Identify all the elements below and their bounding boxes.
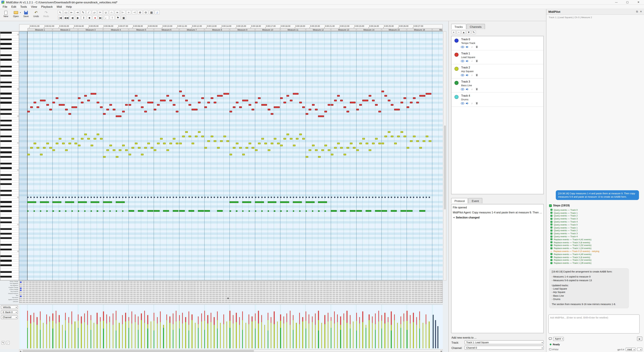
velocity-bar[interactable] [362,322,363,348]
midi-note-drum[interactable] [261,197,262,198]
midi-note-lead[interactable] [356,109,359,110]
track-visible-icon[interactable] [461,59,464,62]
piano-key[interactable] [0,95,19,97]
piano-key-black[interactable] [0,120,12,122]
midi-note-drum[interactable] [356,197,358,198]
midi-note-arp[interactable] [366,142,368,144]
midi-note-drum[interactable] [37,197,38,198]
midi-note-arp[interactable] [239,147,242,149]
velocity-bar[interactable] [407,330,408,348]
piano-key[interactable] [0,77,19,79]
velocity-bar[interactable] [208,323,208,348]
open-button[interactable]: Open▾ [12,10,20,18]
window-minimize-button[interactable]: — [611,0,622,4]
midi-note-drum[interactable] [416,197,418,198]
midi-note-arp[interactable] [302,138,305,140]
piano-key[interactable] [0,194,19,196]
velocity-bar[interactable] [27,328,28,348]
midi-note-drum[interactable] [157,197,158,198]
midi-note-drum[interactable] [375,197,376,198]
midi-note-drum[interactable] [160,197,161,198]
float-panel-icon[interactable]: ⧉ [636,10,638,14]
midi-note-drum[interactable] [176,197,177,198]
vscroll-thumb[interactable] [444,126,446,209]
midi-note-arp[interactable] [179,142,182,144]
track-audible-icon[interactable] [466,88,469,91]
velocity-bar[interactable] [154,330,154,348]
velocity-bar[interactable] [318,330,319,348]
midi-note-drum[interactable] [163,197,164,198]
track-audible-icon[interactable] [466,102,469,105]
midi-note-drum[interactable] [56,197,57,198]
event-marker[interactable] [20,295,22,297]
midi-note-arp[interactable] [112,149,115,151]
tool-metronome-icon[interactable]: ♩ [104,16,109,20]
piano-key-black[interactable] [0,271,12,273]
redo-button[interactable]: ↷Redo [42,10,51,18]
piano-key[interactable] [0,181,19,183]
midi-note-lead[interactable] [37,106,40,108]
menu-midi[interactable]: Midi [55,5,64,9]
midi-note-bass[interactable] [312,210,313,212]
piano-key-black[interactable] [0,81,12,83]
track-row[interactable]: Track 2Arp Square♪ [452,65,544,79]
midi-note-lead[interactable] [369,95,372,97]
midi-note-drum[interactable] [148,197,149,198]
midi-note-arp[interactable] [391,136,394,137]
velocity-bar[interactable] [369,320,370,348]
midi-note-arp[interactable] [312,145,314,146]
velocity-bar[interactable] [150,321,151,348]
protocol-item[interactable]: MidiPilot Agent: Copy measures 1-4 and p… [453,210,543,215]
velocity-bar[interactable] [62,325,63,348]
midi-note-drum[interactable] [274,197,275,198]
piano-key[interactable]: C0 [0,251,19,253]
velocity-bar[interactable] [372,323,373,348]
midi-note-lead[interactable] [59,104,65,106]
velocity-bar[interactable] [43,323,44,348]
velocity-bar[interactable] [353,321,354,348]
piano-key[interactable] [0,176,19,178]
midi-note-arp[interactable] [236,142,239,144]
midi-note-drum[interactable] [344,197,345,198]
velocity-bar[interactable] [195,323,196,348]
tool-skip-to-start-icon[interactable]: |◀ [58,16,63,20]
midi-note-drum[interactable] [179,197,180,198]
velocity-bar[interactable] [46,324,47,348]
piano-key[interactable] [0,79,19,81]
velocity-bar[interactable] [144,323,145,348]
midi-note-arp[interactable] [372,142,374,144]
piano-key[interactable] [0,257,19,259]
midi-note-bass[interactable] [268,201,276,203]
piano-key[interactable] [0,68,19,70]
midi-note-arp[interactable] [103,156,106,158]
tool-magnet-icon[interactable]: ∩ [109,10,114,15]
velocity-bar[interactable] [337,322,338,348]
piano-key[interactable] [0,158,19,160]
velocity-bar[interactable] [242,330,243,348]
track-events-icon[interactable]: ♪ [470,59,474,62]
midi-note-drum[interactable] [135,197,136,198]
midi-note-drum[interactable] [302,197,304,198]
midi-note-lead[interactable] [378,111,381,113]
midi-note-lead[interactable] [154,109,156,110]
midi-note-arp[interactable] [233,147,236,149]
piano-key[interactable] [0,199,19,201]
piano-key[interactable]: C5 [0,115,19,117]
midi-note-arp[interactable] [426,136,428,137]
piano-key[interactable] [0,129,19,131]
track-delete-icon[interactable] [475,102,478,105]
velocity-bar[interactable] [109,322,110,348]
midi-note-bass[interactable] [128,210,134,212]
midi-note-arp[interactable] [334,147,336,149]
velocity-bar[interactable] [400,328,401,348]
midi-note-arp[interactable] [75,142,77,144]
channel-filter-select[interactable]: Channel▾ [1,315,18,319]
midi-note-arp[interactable] [416,140,419,142]
track-events-icon[interactable]: ♪ [470,74,474,77]
menu-help[interactable]: Help [64,5,74,9]
piano-key[interactable] [0,122,19,124]
midi-note-arp[interactable] [268,149,270,151]
timeline-measure[interactable]: Measure 6 [154,28,179,31]
midi-note-arp[interactable] [188,136,191,137]
midi-note-lead[interactable] [334,100,336,101]
